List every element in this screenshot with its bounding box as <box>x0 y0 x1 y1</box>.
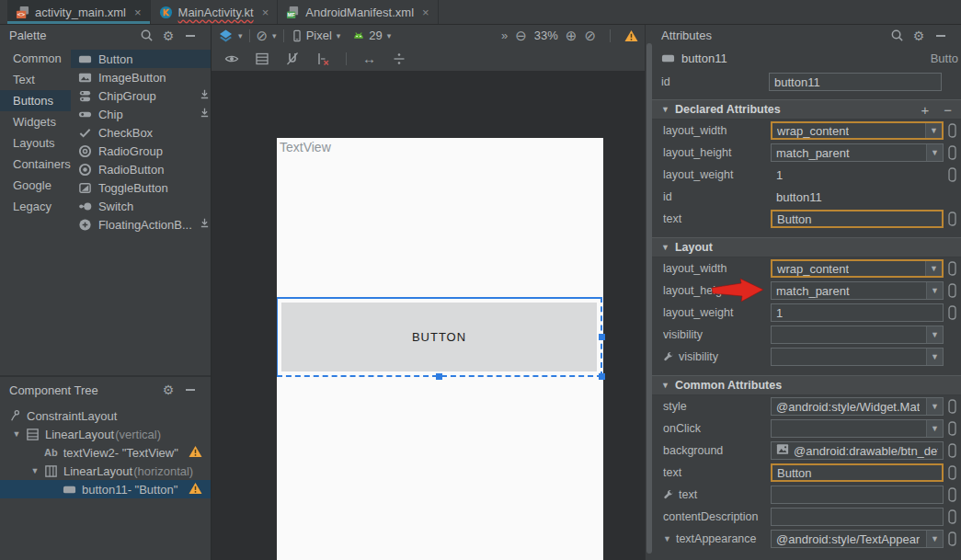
text-field[interactable] <box>771 486 944 504</box>
palette-item-imagebutton[interactable]: ImageButton <box>71 68 211 86</box>
resource-flag-icon[interactable] <box>948 443 956 458</box>
palette-category-containers[interactable]: Containers <box>0 154 71 175</box>
palette-item-floatingactionb[interactable]: FloatingActionB... <box>71 215 211 234</box>
device-selector[interactable]: Pixel▾ <box>291 29 341 43</box>
dropdown-arrow-icon[interactable]: ▼ <box>925 261 942 276</box>
close-icon[interactable]: × <box>262 6 269 19</box>
design-surface-selector[interactable]: ▾ <box>218 29 243 43</box>
issues-warning-icon[interactable] <box>624 29 638 42</box>
minimize-icon[interactable] <box>179 27 201 45</box>
view-options-eye-icon[interactable] <box>224 51 239 66</box>
canvas-scrollbar[interactable] <box>645 25 652 560</box>
resize-handle-right[interactable] <box>599 334 605 340</box>
resource-flag-icon[interactable] <box>948 261 956 276</box>
palette-item-radiobutton[interactable]: RadioButton <box>71 160 211 178</box>
dropdown-arrow-icon[interactable]: ▼ <box>926 326 943 343</box>
minimize-icon[interactable] <box>930 27 952 45</box>
contentdescription-field[interactable] <box>771 508 944 526</box>
resource-flag-icon[interactable] <box>948 145 956 160</box>
resource-flag-icon[interactable] <box>948 167 956 182</box>
canvas-textview[interactable]: TextView <box>280 140 331 154</box>
resource-flag-icon[interactable] <box>948 421 956 436</box>
layout-width-dropdown[interactable]: wrap_content▼ <box>771 121 944 140</box>
zoom-in-icon[interactable]: ⊕ <box>566 28 578 44</box>
tab-androidmanifest-xml[interactable]: MFAndroidManifest.xml× <box>278 0 438 24</box>
canvas-button[interactable]: BUTTON <box>281 303 597 371</box>
expander-icon[interactable]: ▼ <box>26 466 44 475</box>
add-attribute-button[interactable]: + <box>921 102 929 118</box>
toolbar-overflow-chevrons-icon[interactable]: » <box>501 29 508 42</box>
autoconnect-off-magnet-icon[interactable] <box>285 51 300 66</box>
search-icon[interactable] <box>135 27 157 45</box>
resource-flag-icon[interactable] <box>948 123 956 138</box>
expander-icon[interactable]: ▼ <box>7 429 26 439</box>
tree-item-textview2-textview[interactable]: AbtextView2- "TextView" <box>0 443 211 462</box>
gear-icon[interactable]: ⚙ <box>157 381 179 399</box>
resource-flag-icon[interactable] <box>948 283 956 298</box>
visibility-dropdown[interactable]: ▼ <box>771 348 944 366</box>
tree-item-button11-button[interactable]: button11- "Button" <box>0 480 211 498</box>
resource-flag-icon[interactable] <box>948 531 956 546</box>
resource-flag-icon[interactable] <box>948 211 956 226</box>
id-field[interactable]: button11 <box>769 73 942 91</box>
layout-table-icon[interactable] <box>255 51 269 66</box>
orientation-selector[interactable]: ⊘▾ <box>257 28 277 44</box>
tab-mainactivity-kt[interactable]: MainActivity.kt× <box>151 0 279 24</box>
resource-flag-icon[interactable] <box>948 509 956 524</box>
tree-item-linearlayout[interactable]: ▼LinearLayout(vertical) <box>0 425 211 443</box>
gear-icon[interactable]: ⚙ <box>908 27 930 45</box>
palette-category-widgets[interactable]: Widgets <box>0 111 71 132</box>
distribute-icon[interactable] <box>392 51 406 66</box>
onclick-dropdown[interactable]: ▼ <box>771 419 944 438</box>
palette-category-google[interactable]: Google <box>0 175 71 196</box>
gear-icon[interactable]: ⚙ <box>157 27 179 45</box>
search-icon[interactable] <box>886 27 908 45</box>
tab-activity-main-xml[interactable]: <>activity_main.xml× <box>7 0 151 24</box>
tree-item-constraintlayout[interactable]: ConstraintLayout <box>0 406 211 425</box>
palette-item-checkbox[interactable]: CheckBox <box>71 123 211 142</box>
palette-item-switch[interactable]: Switch <box>71 197 211 215</box>
resource-flag-icon[interactable] <box>948 465 956 480</box>
tree-item-linearlayout[interactable]: ▼LinearLayout(horizontal) <box>0 462 211 480</box>
layout-weight-field[interactable]: 1 <box>771 303 944 322</box>
visibility-dropdown[interactable]: ▼ <box>771 326 944 344</box>
palette-item-button[interactable]: Button <box>71 50 211 68</box>
palette-item-togglebutton[interactable]: ToggleButton <box>71 178 211 197</box>
minimize-icon[interactable] <box>179 381 201 399</box>
clear-constraints-icon[interactable] <box>315 51 330 66</box>
section-header-declared-attributes[interactable]: ▼Declared Attributes+− <box>652 99 961 120</box>
section-header-layout[interactable]: ▼Layout <box>652 237 961 257</box>
dropdown-arrow-icon[interactable]: ▼ <box>925 123 942 138</box>
text-field[interactable]: Button <box>771 463 944 482</box>
resize-handle-corner[interactable] <box>599 373 605 380</box>
close-icon[interactable]: × <box>134 6 142 19</box>
dropdown-arrow-icon[interactable]: ▼ <box>926 144 943 161</box>
text-field[interactable]: Button <box>771 210 944 228</box>
resource-flag-icon[interactable] <box>948 399 956 414</box>
download-icon[interactable] <box>199 88 211 100</box>
resource-flag-icon[interactable] <box>948 487 956 502</box>
textappearance-dropdown[interactable]: @android:style/TextAppear▼ <box>771 530 944 548</box>
layout-height-dropdown[interactable]: match_parent▼ <box>771 281 944 300</box>
palette-category-legacy[interactable]: Legacy <box>0 196 71 217</box>
style-dropdown[interactable]: @android:style/Widget.Mat▼ <box>771 397 944 416</box>
zoom-out-icon[interactable]: ⊖ <box>515 28 527 44</box>
dropdown-arrow-icon[interactable]: ▼ <box>926 398 943 415</box>
palette-category-text[interactable]: Text <box>0 69 71 90</box>
resource-flag-icon[interactable] <box>948 305 956 320</box>
background-field[interactable]: @android:drawable/btn_defau <box>771 441 944 460</box>
palette-item-radiogroup[interactable]: RadioGroup <box>71 142 211 160</box>
resize-handle-bottom[interactable] <box>436 373 442 380</box>
palette-category-buttons[interactable]: Buttons <box>0 90 71 111</box>
section-header-common-attributes[interactable]: ▼Common Attributes <box>652 375 961 395</box>
remove-attribute-button[interactable]: − <box>944 102 952 118</box>
close-icon[interactable]: × <box>422 6 429 19</box>
api-selector[interactable]: 29▾ <box>351 29 391 42</box>
dropdown-arrow-icon[interactable]: ▼ <box>926 349 943 365</box>
palette-item-chip[interactable]: Chip <box>71 105 211 123</box>
zoom-fit-icon[interactable]: ⊘ <box>584 28 596 44</box>
download-icon[interactable] <box>199 107 211 119</box>
dropdown-arrow-icon[interactable]: ▼ <box>926 420 943 437</box>
layout-height-dropdown[interactable]: match_parent▼ <box>771 143 944 162</box>
dropdown-arrow-icon[interactable]: ▼ <box>926 282 943 299</box>
